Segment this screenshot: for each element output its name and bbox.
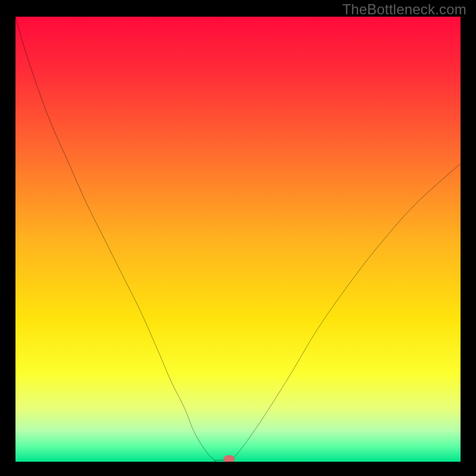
- plot-svg: [15, 17, 461, 462]
- gradient-background: [15, 17, 461, 462]
- plot-area: [15, 17, 461, 462]
- watermark-text: TheBottleneck.com: [342, 1, 466, 18]
- chart-frame: TheBottleneck.com: [0, 0, 476, 476]
